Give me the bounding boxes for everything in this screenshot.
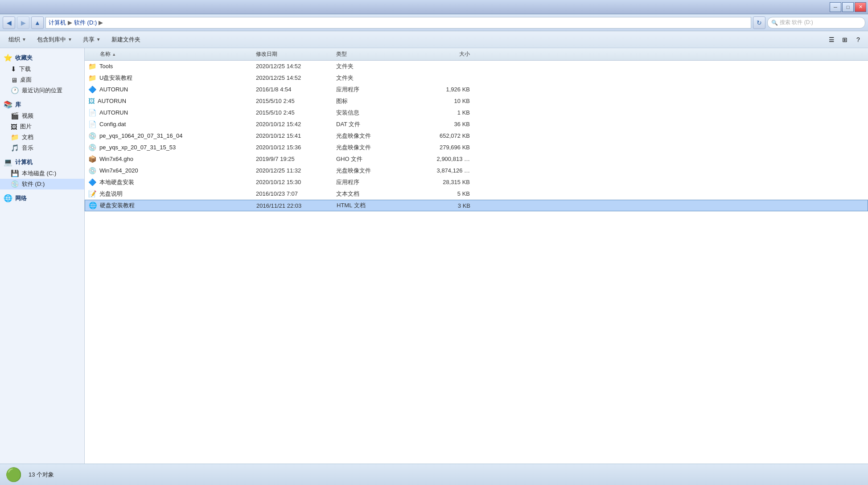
title-bar-buttons: ─ □ ✕ — [830, 2, 866, 12]
sidebar-item-music[interactable]: 🎵 音乐 — [0, 143, 84, 153]
sidebar-item-pictures[interactable]: 🖼 图片 — [0, 121, 84, 132]
iso-icon: 💿 — [88, 144, 97, 152]
file-name-pe1064: 💿 pe_yqs_1064_20_07_31_16_04 — [86, 132, 256, 140]
computer-label: 计算机 — [15, 158, 33, 166]
address-path: 计算机 ▶ 软件 (D:) ▶ — [45, 17, 751, 29]
table-row[interactable]: 📄 AUTORUN 2015/5/10 2:45 安装信息 1 KB — [85, 107, 868, 119]
search-placeholder: 搜索 软件 (D:) — [780, 19, 813, 26]
desktop-label: 桌面 — [20, 76, 32, 84]
maximize-button[interactable]: □ — [842, 2, 854, 12]
file-type: 文件夹 — [336, 62, 407, 70]
close-button[interactable]: ✕ — [855, 2, 866, 12]
drive-c-label: 本地磁盘 (C:) — [22, 169, 56, 177]
toolbar: 组织 ▼ 包含到库中 ▼ 共享 ▼ 新建文件夹 ☰ ⊞ ? — [0, 31, 868, 48]
file-size: 3 KB — [408, 202, 470, 209]
file-list: 📁 Tools 2020/12/25 14:52 文件夹 📁 U盘安装教程 20… — [85, 61, 868, 464]
music-label: 音乐 — [22, 144, 33, 152]
sidebar-item-download[interactable]: ⬇ 下载 — [0, 64, 84, 74]
sidebar-section-favorites: ⭐ 收藏夹 ⬇ 下载 🖥 桌面 🕐 最近访问的位置 — [0, 52, 84, 96]
network-label: 网络 — [15, 194, 27, 202]
table-row[interactable]: 🖼 AUTORUN 2015/5/10 2:45 图标 10 KB — [85, 95, 868, 107]
sidebar-item-desktop[interactable]: 🖥 桌面 — [0, 74, 84, 85]
up-button[interactable]: ▲ — [31, 16, 44, 29]
table-row[interactable]: 📄 Config.dat 2020/10/12 15:42 DAT 文件 36 … — [85, 119, 868, 130]
file-date: 2020/10/12 15:42 — [256, 121, 336, 127]
file-type: 图标 — [336, 97, 407, 105]
file-size: 5 KB — [407, 190, 470, 197]
file-date: 2019/9/7 19:25 — [256, 156, 336, 162]
path-computer[interactable]: 计算机 — [49, 19, 66, 27]
app-logo-icon: 🟢 — [5, 467, 22, 482]
column-date-header[interactable]: 修改日期 — [256, 50, 336, 58]
file-type: 应用程序 — [336, 86, 407, 94]
file-size: 3,874,126 … — [407, 167, 470, 174]
content-area: 名称 ▲ 修改日期 类型 大小 📁 Tools 2020/12/25 14:52 — [85, 48, 868, 464]
file-date: 2020/10/12 15:41 — [256, 132, 336, 139]
preview-pane-button[interactable]: ⊞ — [839, 33, 851, 46]
video-icon: 🎬 — [11, 112, 19, 120]
table-row[interactable]: 📝 光盘说明 2016/10/23 7:07 文本文档 5 KB — [85, 188, 868, 200]
table-row[interactable]: 💿 Win7x64_2020 2020/12/25 11:32 光盘映像文件 3… — [85, 165, 868, 177]
share-label: 共享 — [83, 36, 95, 44]
doc-icon: 📄 — [88, 109, 97, 117]
sidebar-favorites-header[interactable]: ⭐ 收藏夹 — [0, 52, 84, 64]
file-size: 2,900,813 … — [407, 156, 470, 162]
favorites-label: 收藏夹 — [15, 54, 33, 62]
column-type-header[interactable]: 类型 — [336, 50, 407, 58]
table-row[interactable]: 📁 Tools 2020/12/25 14:52 文件夹 — [85, 61, 868, 72]
table-row[interactable]: 🔷 本地硬盘安装 2020/10/12 15:30 应用程序 28,315 KB — [85, 177, 868, 188]
dat-icon: 📄 — [88, 120, 97, 128]
table-row[interactable]: 📦 Win7x64.gho 2019/9/7 19:25 GHO 文件 2,90… — [85, 153, 868, 165]
computer-icon: 💻 — [4, 158, 12, 166]
sidebar-item-drive-c[interactable]: 💾 本地磁盘 (C:) — [0, 168, 84, 179]
add-to-library-button[interactable]: 包含到库中 ▼ — [32, 33, 77, 46]
file-name-autorun1: 🔷 AUTORUN — [86, 86, 256, 94]
organize-button[interactable]: 组织 ▼ — [4, 33, 31, 46]
back-button[interactable]: ◀ — [3, 16, 15, 29]
view-options-button[interactable]: ☰ — [825, 33, 838, 46]
search-box[interactable]: 🔍 搜索 软件 (D:) — [767, 17, 865, 29]
minimize-button[interactable]: ─ — [830, 2, 841, 12]
file-date: 2020/10/12 15:30 — [256, 179, 336, 185]
sidebar-item-video[interactable]: 🎬 视频 — [0, 111, 84, 121]
table-row[interactable]: 💿 pe_yqs_xp_20_07_31_15_53 2020/10/12 15… — [85, 142, 868, 153]
sidebar-section-library: 📚 库 🎬 视频 🖼 图片 📁 文档 🎵 音乐 — [0, 99, 84, 153]
refresh-button[interactable]: ↻ — [753, 16, 765, 29]
help-button[interactable]: ? — [852, 33, 864, 46]
library-label: 库 — [15, 101, 21, 109]
table-row[interactable]: 📁 U盘安装教程 2020/12/25 14:52 文件夹 — [85, 72, 868, 84]
table-row[interactable]: 💿 pe_yqs_1064_20_07_31_16_04 2020/10/12 … — [85, 130, 868, 142]
new-folder-label: 新建文件夹 — [111, 36, 140, 44]
sidebar-item-recent[interactable]: 🕐 最近访问的位置 — [0, 85, 84, 96]
sidebar-network-header[interactable]: 🌐 网络 — [0, 192, 84, 204]
file-size: 28,315 KB — [407, 179, 470, 185]
column-size-header[interactable]: 大小 — [407, 50, 470, 58]
new-folder-button[interactable]: 新建文件夹 — [107, 33, 145, 46]
sidebar-item-drive-d[interactable]: 💿 软件 (D:) — [0, 179, 84, 189]
table-row[interactable]: 🔷 AUTORUN 2016/1/8 4:54 应用程序 1,926 KB — [85, 84, 868, 95]
share-arrow: ▼ — [96, 37, 101, 42]
sidebar-computer-header[interactable]: 💻 计算机 — [0, 156, 84, 168]
txt-icon: 📝 — [88, 190, 97, 198]
path-drive[interactable]: 软件 (D:) — [74, 19, 97, 27]
library-icon: 📚 — [4, 100, 12, 109]
file-name-win7iso: 💿 Win7x64_2020 — [86, 167, 256, 175]
table-row[interactable]: 🌐 硬盘安装教程 2016/11/21 22:03 HTML 文档 3 KB — [85, 200, 868, 211]
column-name-header[interactable]: 名称 ▲ — [86, 50, 256, 58]
column-headers: 名称 ▲ 修改日期 类型 大小 — [85, 48, 868, 61]
file-name-pexp: 💿 pe_yqs_xp_20_07_31_15_53 — [86, 144, 256, 152]
sidebar-item-documents[interactable]: 📁 文档 — [0, 132, 84, 143]
file-date: 2020/12/25 14:52 — [256, 63, 336, 70]
file-date: 2016/11/21 22:03 — [256, 202, 337, 209]
star-icon: ⭐ — [4, 53, 12, 62]
documents-label: 文档 — [22, 133, 33, 141]
share-button[interactable]: 共享 ▼ — [78, 33, 106, 46]
file-date: 2020/10/12 15:36 — [256, 144, 336, 151]
file-type: HTML 文档 — [337, 201, 408, 210]
file-name-udisk: 📁 U盘安装教程 — [86, 74, 256, 82]
forward-button[interactable]: ▶ — [17, 16, 29, 29]
sidebar-library-header[interactable]: 📚 库 — [0, 99, 84, 111]
gho-icon: 📦 — [88, 155, 97, 163]
download-label: 下载 — [19, 65, 31, 73]
add-to-library-label: 包含到库中 — [37, 36, 66, 44]
